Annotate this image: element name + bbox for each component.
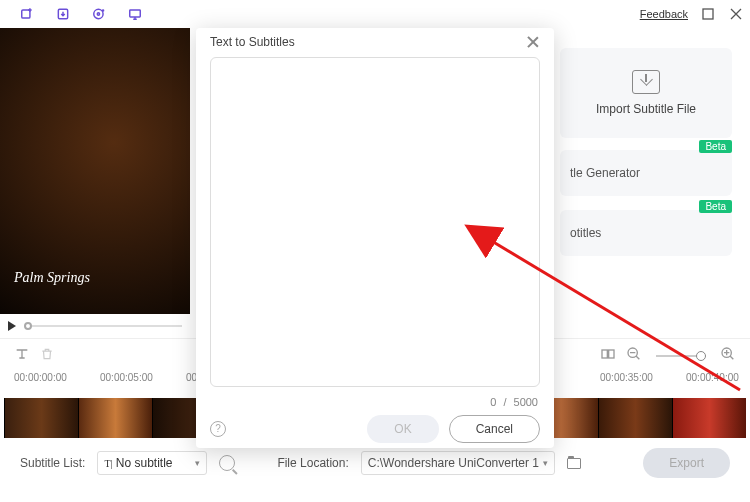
seek-thumb[interactable] (24, 322, 32, 330)
add-media-icon[interactable] (16, 3, 38, 25)
subtitle-list-label: Subtitle List: (20, 456, 85, 470)
subtitles-row-label: otitles (570, 226, 601, 240)
tick-label: 00:00:40:00 (686, 372, 739, 383)
play-button[interactable] (8, 321, 16, 331)
beta-badge: Beta (699, 200, 732, 213)
clip-thumb[interactable] (598, 398, 672, 438)
import-subtitle-label: Import Subtitle File (596, 102, 696, 116)
disc-add-icon[interactable] (88, 3, 110, 25)
zoom-out-icon[interactable] (626, 346, 642, 365)
modal-footer: ? OK Cancel (196, 410, 554, 448)
cancel-button[interactable]: Cancel (449, 415, 540, 443)
subtitles-row[interactable]: Beta otitles (560, 210, 732, 256)
chevron-down-icon: ▾ (543, 458, 548, 468)
text-to-subtitles-modal: Text to Subtitles 0 / 5000 ? OK Cancel (196, 28, 554, 448)
svg-rect-0 (22, 10, 30, 18)
text-tool-icon[interactable] (14, 346, 30, 365)
close-icon[interactable] (526, 35, 540, 49)
tick-label: 00:00:05:00 (100, 372, 153, 383)
tick-label: 00:00:00:00 (14, 372, 67, 383)
tick-label: 00:00:35:00 (600, 372, 653, 383)
chevron-down-icon: ▾ (195, 458, 200, 468)
screen-icon[interactable] (124, 3, 146, 25)
subtitle-generator-label: tle Generator (570, 166, 640, 180)
close-button[interactable] (728, 6, 744, 22)
file-location-label: File Location: (277, 456, 348, 470)
beta-badge: Beta (699, 140, 732, 153)
subtitle-generator-row[interactable]: Beta tle Generator (560, 150, 732, 196)
video-preview[interactable]: Palm Springs (0, 28, 190, 314)
video-watermark: Palm Springs (14, 270, 90, 286)
feedback-link[interactable]: Feedback (640, 8, 688, 20)
export-button[interactable]: Export (643, 448, 730, 478)
import-subtitle-card[interactable]: Import Subtitle File (560, 48, 732, 138)
file-location-select[interactable]: C:\Wondershare UniConverter 1 ▾ (361, 451, 555, 475)
snap-icon[interactable] (600, 346, 616, 365)
help-icon[interactable]: ? (210, 421, 226, 437)
zoom-thumb[interactable] (696, 351, 706, 361)
modal-body (196, 57, 554, 390)
ok-button[interactable]: OK (367, 415, 438, 443)
subtitle-type-icon: T| (104, 458, 112, 469)
titlebar: Feedback (0, 0, 750, 28)
toolbar-right: Feedback (640, 6, 744, 22)
zoom-in-icon[interactable] (720, 346, 736, 365)
char-count-current: 0 (490, 396, 496, 408)
svg-rect-7 (609, 350, 614, 358)
subtitle-select-value: No subtitle (116, 456, 173, 470)
preview-panel: Palm Springs (0, 28, 190, 338)
svg-rect-4 (130, 10, 141, 17)
clip-thumb[interactable] (672, 398, 746, 438)
svg-point-3 (97, 13, 99, 15)
char-count-sep: / (503, 396, 506, 408)
delete-icon[interactable] (40, 347, 54, 364)
svg-rect-6 (602, 350, 607, 358)
import-file-icon (632, 70, 660, 94)
maximize-button[interactable] (700, 6, 716, 22)
svg-rect-5 (703, 9, 713, 19)
file-location-value: C:\Wondershare UniConverter 1 (368, 456, 539, 470)
search-icon[interactable] (219, 455, 235, 471)
char-count-max: 5000 (514, 396, 538, 408)
playback-bar (0, 314, 190, 338)
clip-thumb[interactable] (78, 398, 152, 438)
modal-header: Text to Subtitles (196, 28, 554, 57)
open-folder-icon[interactable] (567, 458, 581, 469)
modal-title: Text to Subtitles (210, 35, 295, 49)
subtitle-list-select[interactable]: T| No subtitle ▾ (97, 451, 207, 475)
subtitle-text-input[interactable] (210, 57, 540, 387)
zoom-slider[interactable] (656, 355, 706, 357)
seek-track[interactable] (24, 325, 182, 327)
svg-point-2 (94, 9, 103, 18)
toolbar-left (6, 3, 146, 25)
clip-thumb[interactable] (4, 398, 78, 438)
char-count: 0 / 5000 (196, 390, 554, 410)
import-file-icon[interactable] (52, 3, 74, 25)
